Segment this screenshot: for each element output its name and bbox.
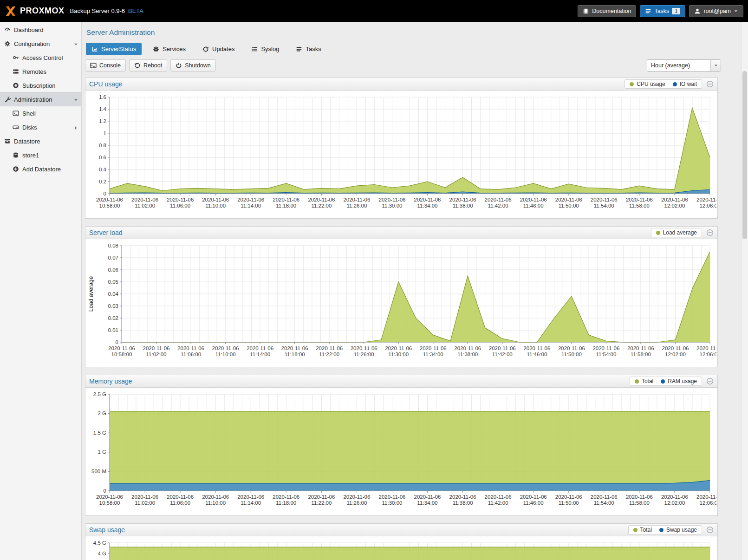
sidebar-item-dashboard[interactable]: Dashboard — [0, 23, 81, 37]
user-menu-button[interactable]: root@pam — [689, 5, 743, 17]
legend-label: IO wait — [680, 81, 697, 87]
collapse-panel-button[interactable] — [706, 229, 714, 236]
database-icon — [13, 152, 19, 158]
svg-text:2020-11-06: 2020-11-06 — [696, 345, 716, 351]
chevron-right-icon — [73, 125, 78, 130]
remotes-icon — [13, 68, 19, 75]
tab-syslog[interactable]: Syslog — [246, 43, 285, 55]
tab-serverstatus[interactable]: ServerStatus — [86, 43, 142, 55]
svg-text:11:46:00: 11:46:00 — [527, 352, 547, 357]
sidebar-item-disks[interactable]: Disks — [0, 120, 81, 134]
tab-tasks[interactable]: Tasks — [290, 43, 326, 55]
sidebar-item-datastore[interactable]: Datastore — [0, 134, 81, 148]
collapse-panel-button[interactable] — [706, 378, 714, 385]
svg-text:11:46:00: 11:46:00 — [523, 500, 544, 506]
svg-text:11:34:00: 11:34:00 — [417, 203, 438, 208]
svg-text:11:58:00: 11:58:00 — [629, 500, 650, 506]
svg-text:0.08: 0.08 — [108, 243, 118, 248]
console-button[interactable]: Console — [85, 59, 126, 72]
page-title: Server Administration — [86, 28, 748, 37]
collapse-panel-button[interactable] — [706, 526, 714, 534]
legend-item-total[interactable]: Total — [633, 527, 652, 533]
sidebar-item-label: store1 — [22, 152, 39, 159]
svg-text:11:06:00: 11:06:00 — [170, 500, 190, 506]
svg-text:11:22:00: 11:22:00 — [311, 203, 332, 208]
legend-item-io-wait[interactable]: IO wait — [673, 81, 697, 87]
svg-text:2020-11-06: 2020-11-06 — [308, 197, 335, 202]
svg-text:0: 0 — [104, 488, 106, 494]
svg-text:11:26:00: 11:26:00 — [346, 203, 367, 208]
button-label: Console — [99, 62, 121, 69]
vertical-scrollbar[interactable] — [741, 22, 748, 560]
documentation-button[interactable]: Documentation — [578, 5, 636, 17]
tab-updates[interactable]: Updates — [197, 43, 240, 55]
svg-text:11:42:00: 11:42:00 — [488, 203, 508, 208]
sidebar-item-label: Subscription — [22, 82, 56, 89]
svg-text:12:02:00: 12:02:00 — [664, 203, 685, 208]
reboot-button[interactable]: Reboot — [129, 59, 167, 72]
chart-canvas: 0500 M1 G1.5 G2 G2.5 G2020-11-0610:58:00… — [86, 389, 716, 513]
timeframe-select[interactable]: Hour (average) — [647, 59, 721, 72]
svg-text:11:58:00: 11:58:00 — [629, 203, 650, 208]
svg-text:11:10:00: 11:10:00 — [215, 352, 236, 357]
svg-text:11:26:00: 11:26:00 — [354, 352, 374, 357]
collapse-panel-button[interactable] — [706, 80, 714, 88]
combo-trigger[interactable] — [710, 60, 721, 71]
status-toolbar: ConsoleRebootShutdown Hour (average) — [85, 59, 721, 72]
svg-text:11:14:00: 11:14:00 — [250, 352, 270, 357]
svg-text:11:50:00: 11:50:00 — [559, 500, 579, 506]
svg-text:11:42:00: 11:42:00 — [488, 500, 508, 506]
svg-text:2020-11-06: 2020-11-06 — [662, 345, 689, 351]
legend-dot — [673, 82, 677, 86]
sidebar-item-configuration[interactable]: Configuration — [0, 37, 81, 51]
svg-text:1.6: 1.6 — [99, 94, 106, 100]
svg-text:Load average: Load average — [88, 276, 94, 312]
chart-panel-memory-usage: Memory usageTotalRAM usage0500 M1 G1.5 G… — [85, 375, 718, 516]
svg-text:2020-11-06: 2020-11-06 — [351, 345, 377, 351]
svg-text:0.04: 0.04 — [108, 291, 119, 297]
svg-text:11:38:00: 11:38:00 — [453, 203, 473, 208]
legend-item-load-average[interactable]: Load average — [656, 229, 697, 236]
chart-canvas: 0500 M1 G1.5 G2 G2.5 G3 G3.5 G4 G4.5 G20… — [86, 537, 716, 560]
sidebar-item-remotes[interactable]: Remotes — [0, 65, 81, 78]
panel-header: Memory usageTotalRAM usage — [85, 375, 717, 388]
svg-text:0.8: 0.8 — [99, 143, 106, 148]
shutdown-button[interactable]: Shutdown — [170, 59, 216, 72]
svg-text:2020-11-06: 2020-11-06 — [308, 494, 335, 500]
chart-panel-server-load: Server loadLoad average00.010.020.030.04… — [85, 226, 718, 367]
tab-services[interactable]: Services — [147, 43, 191, 55]
svg-text:2020-11-06: 2020-11-06 — [343, 197, 370, 202]
svg-text:0.02: 0.02 — [108, 315, 118, 321]
legend-item-total[interactable]: Total — [635, 378, 653, 384]
svg-text:2020-11-06: 2020-11-06 — [414, 197, 441, 202]
beta-link[interactable]: BETA — [128, 7, 143, 14]
svg-text:0.06: 0.06 — [108, 267, 118, 273]
sidebar-item-access-control[interactable]: Access Control — [0, 51, 81, 65]
sidebar-item-store1[interactable]: store1 — [0, 148, 81, 162]
legend-item-cpu-usage[interactable]: CPU usage — [630, 81, 665, 87]
user-label: root@pam — [703, 8, 731, 14]
sidebar-item-add-datastore[interactable]: Add Datastore — [0, 162, 81, 176]
plus-circle-icon — [13, 166, 19, 172]
svg-text:11:30:00: 11:30:00 — [388, 352, 409, 357]
list-icon — [251, 46, 258, 52]
gears-icon — [4, 40, 11, 47]
legend-item-swap-usage[interactable]: Swap usage — [659, 527, 697, 533]
sidebar-item-administration[interactable]: Administration — [0, 92, 81, 106]
chart-title: Server load — [89, 229, 123, 236]
svg-text:11:46:00: 11:46:00 — [523, 203, 544, 208]
sidebar-item-subscription[interactable]: Subscription — [0, 78, 81, 92]
svg-text:2020-11-06: 2020-11-06 — [237, 197, 264, 202]
svg-text:2020-11-06: 2020-11-06 — [558, 345, 585, 351]
tasks-button[interactable]: Tasks 1 — [640, 5, 685, 17]
svg-text:12:06:00: 12:06:00 — [700, 500, 716, 506]
svg-text:2020-11-06: 2020-11-06 — [316, 345, 343, 351]
scrollbar-thumb[interactable] — [742, 71, 747, 239]
svg-text:2020-11-06: 2020-11-06 — [555, 494, 582, 500]
tab-label: ServerStatus — [101, 46, 136, 52]
legend-item-ram-usage[interactable]: RAM usage — [661, 378, 697, 384]
tab-label: Tasks — [306, 46, 321, 52]
sidebar-item-shell[interactable]: Shell — [0, 106, 81, 120]
tab-label: Services — [163, 46, 186, 52]
svg-text:2020-11-06: 2020-11-06 — [131, 494, 158, 500]
